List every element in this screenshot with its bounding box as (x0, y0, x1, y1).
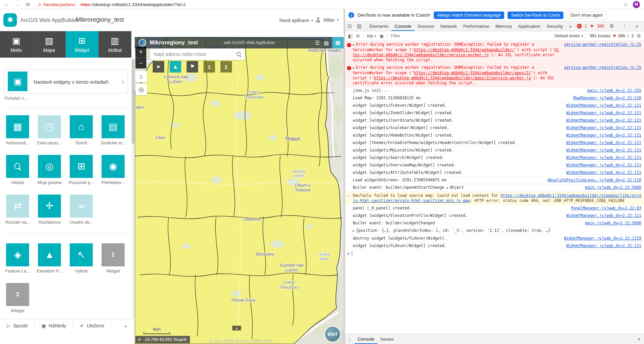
match-language-button[interactable]: Always match Chrome's language (434, 12, 505, 19)
console-source-link[interactable]: WidgetManager.js?wab_dv=2.22:121 (566, 163, 641, 168)
console-link[interactable]: https://desktop-m6bd4c1:3344/webappbuild… (414, 47, 515, 52)
widget-item[interactable]: Hi!Úvodní ob... (67, 195, 95, 225)
widget-item[interactable]: ✛Souřadnice (35, 195, 64, 225)
widget-item[interactable]: ◈Feature La... (3, 243, 32, 274)
console-source-link[interactable]: WidgetManager.js?wab_dv=2.22:121 (566, 118, 641, 123)
controller-widgets-row[interactable]: ▣ Nastavit widgety v tomto ovladači › (3, 69, 128, 94)
device-toolbar-icon[interactable]: ▥ (355, 21, 364, 31)
devtools-tab-application[interactable]: Application (515, 21, 543, 31)
legend-icon[interactable]: ☰ (315, 40, 320, 46)
widget-item[interactable]: ▤Grafické m... (99, 115, 127, 145)
select-overlay-tool[interactable]: ⚑ (187, 61, 198, 73)
console-prompt[interactable]: > (345, 250, 644, 258)
devtools-tab-security[interactable]: Security (543, 21, 566, 31)
widget-item[interactable]: ◳Celá obraz... (35, 115, 64, 145)
devtools-tab-elements[interactable]: Elements (366, 21, 391, 31)
console-link[interactable]: https://desktop-m6bd4c1:3344/webappbuild… (353, 193, 641, 203)
url-field[interactable]: https://desktop-m6bd4c1:3344/webappbuild… (81, 2, 186, 7)
map-search-input[interactable] (150, 52, 233, 57)
console-sidebar-icon[interactable]: ◧ (348, 33, 352, 39)
search-button[interactable] (233, 48, 245, 60)
console-link[interactable]: https://desktop-m6bd4c1:3344/webappbuild… (374, 76, 531, 80)
log-levels-selector[interactable]: Default levels ▾ (555, 34, 583, 38)
widget-item[interactable]: ⌂Domů (67, 115, 95, 145)
builder-tab-atribut[interactable]: ▥Atribut (99, 31, 131, 58)
expand-icon[interactable]: ▶ (353, 42, 355, 47)
widget-item[interactable]: 2Widget (3, 283, 32, 313)
console-source-link[interactable]: WidgetManager.js?wab_dv=2.22:121 (566, 140, 641, 145)
error-count-icon[interactable]: ✕ (577, 24, 582, 28)
map-canvas[interactable]: KardašovaŘečiceJindřichův HradecLomnice … (135, 37, 344, 344)
issues-summary[interactable]: 391 Issues: ⚑ 388 ⚠ 3 (589, 34, 634, 39)
collapse-footer-icon[interactable]: ▴ (125, 323, 131, 328)
console-settings-gear-icon[interactable]: ⚙ (637, 33, 641, 39)
widget-item[interactable]: 1Widget (99, 243, 127, 274)
map-stage[interactable]: KardašovaŘečiceJindřichův HradecLomnice … (135, 37, 344, 344)
settings-gear-icon[interactable]: ⚙ (607, 23, 617, 29)
reload-icon[interactable]: ⟳ (26, 1, 30, 8)
widget-item[interactable]: Hledat (3, 155, 32, 185)
security-badge[interactable]: ⚠ Nezabezpečeno (38, 2, 75, 7)
widget-placeholder-1[interactable]: 1 (203, 61, 215, 73)
devtools-menu-kebab-icon[interactable]: ⋮ (620, 23, 629, 29)
drawer-close-icon[interactable]: × (638, 336, 644, 342)
back-icon[interactable]: ← (4, 1, 9, 7)
console-source-link[interactable]: WidgetManager.js?wab_dv=2.22:121 (566, 103, 641, 108)
console-source-link[interactable]: main.js?wab_dv=2.22:5660 (585, 221, 641, 226)
console-source-link[interactable]: service-worker-registration.js:15 (564, 42, 641, 47)
panel-scrollbar-thumb[interactable] (132, 59, 134, 144)
widget-item[interactable]: ◎Moje poloha (35, 155, 64, 185)
console-link[interactable]: https://desktop-m6bd4c1:3344/webappbuild… (414, 70, 531, 75)
bookmark-star-icon[interactable]: ☆ (623, 1, 628, 8)
widget-item[interactable]: ◉Přehledov... (99, 155, 127, 185)
console-source-link[interactable]: PanelManager.js?wab_dv=2.22:83 (571, 206, 641, 211)
console-source-link[interactable]: WidgetManager.js?wab_dv=2.22:121 (566, 170, 641, 175)
zoom-in-button[interactable]: + (135, 47, 146, 58)
console-source-link[interactable]: WidgetManager.js?wab_dv=2.22:121 (566, 110, 641, 116)
profile-avatar[interactable]: M (633, 1, 640, 8)
console-source-link[interactable]: AbsolutePositionLayo….js?wab_dv=2.22:110 (548, 178, 641, 183)
drawer-tab-console[interactable]: Console (355, 334, 378, 344)
console-source-link[interactable]: main.js?wab_dv=2.22:255 (587, 88, 641, 93)
object-token[interactable]: Object (450, 185, 464, 190)
devtools-tab-performance[interactable]: Performance (460, 21, 492, 31)
expand-icon[interactable]: ▶ (353, 228, 355, 234)
widget-item[interactable]: ▲Elevation P... (35, 243, 64, 274)
elevation-overlay-tool[interactable]: ▲ (170, 61, 181, 73)
inspect-element-icon[interactable]: ⊡ (345, 21, 355, 31)
user-menu[interactable]: Milan ▾ (315, 17, 339, 23)
my-location-button[interactable]: ◎ (135, 84, 147, 95)
console-filter-input[interactable] (391, 34, 445, 38)
expand-icon[interactable]: ▶ (447, 185, 448, 190)
widget-item[interactable]: ↖Vybrat (67, 243, 95, 274)
live-expression-eye-icon[interactable]: ◉ (380, 33, 384, 39)
console-source-link[interactable]: WidgetManager.js?wab_dv=2.22:121 (566, 243, 641, 248)
dont-show-again-button[interactable]: Don't show again (567, 12, 607, 19)
console-source-link[interactable]: WidgetManager.js?wab_dv=2.22:121 (566, 155, 641, 160)
expand-icon[interactable]: ▶ (353, 65, 355, 70)
clear-console-icon[interactable]: ⊘ (356, 33, 360, 39)
console-source-link[interactable]: WidgetManager.js?wab_dv=2.22:1319 (564, 236, 641, 241)
console-source-link[interactable]: MapManager.js?wab_dv=2.22:216 (573, 96, 641, 101)
devtools-tab-memory[interactable]: Memory (492, 21, 515, 31)
context-selector[interactable]: top ▾ (367, 34, 376, 38)
forward-icon[interactable]: → (15, 1, 20, 7)
new-app-menu[interactable]: Nová aplikace ▾ (279, 18, 313, 23)
attribute-table-button[interactable]: ▦ (332, 37, 344, 48)
widget-item[interactable]: ▦Atributová... (3, 115, 32, 145)
console-source-link[interactable]: WidgetManager.js?wab_dv=2.22:121 (566, 213, 641, 218)
widget-item[interactable]: ⊞Posuvník p... (67, 155, 95, 185)
widget-item[interactable]: ⇄Rozsah na... (3, 195, 32, 225)
more-tabs-button[interactable]: » (566, 21, 575, 31)
builder-tab-widget[interactable]: ⊞Widget (66, 31, 99, 58)
devtools-tab-console[interactable]: Console (391, 21, 414, 31)
console-source-link[interactable]: WidgetManager.js?wab_dv=2.22:121 (566, 148, 641, 153)
drawer-tab-issues[interactable]: Issues (378, 334, 397, 344)
layers-icon[interactable]: ▤ (324, 40, 329, 46)
builder-tab-mapa[interactable]: ▧Mapa (33, 31, 66, 58)
launch-button[interactable]: ▷ Spustit (0, 319, 35, 332)
home-extent-button[interactable]: ⌂ (135, 71, 147, 82)
console-source-link[interactable]: WidgetManager.js?wab_dv=2.22:121 (566, 133, 641, 138)
hover-tool[interactable]: ➤ (153, 61, 164, 73)
widget-placeholder-2[interactable]: 2 (220, 61, 232, 73)
